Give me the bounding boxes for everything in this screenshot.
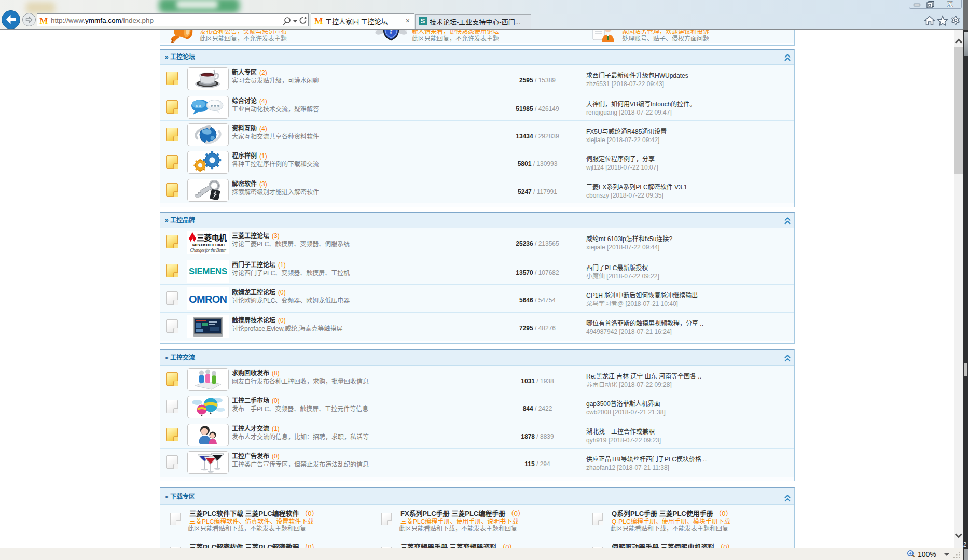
svg-text:三菱电机: 三菱电机 [197,233,227,242]
svg-text:X: X [947,0,953,8]
svg-text:OMRON: OMRON [189,293,227,305]
svg-text:SIEMENS: SIEMENS [189,267,227,276]
svg-text:Changes for the Better: Changes for the Better [190,248,226,253]
svg-text:MITSUBISHI ELECTRIC: MITSUBISHI ELECTRIC [192,243,225,247]
